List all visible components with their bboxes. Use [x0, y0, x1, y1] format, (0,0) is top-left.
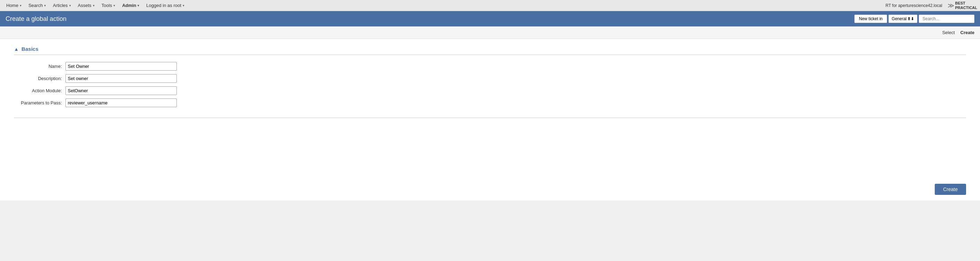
nav-assets[interactable]: Assets ▾	[75, 0, 98, 11]
footer-area: Create	[0, 178, 980, 201]
action-module-input-cell	[65, 86, 177, 99]
action-module-label: Action Module:	[21, 86, 65, 99]
parameters-input-cell	[65, 99, 177, 111]
nav-home[interactable]: Home ▾	[3, 0, 25, 11]
nav-search[interactable]: Search ▾	[25, 0, 49, 11]
form-table: Name: Description: Action Module: Parame…	[21, 62, 177, 111]
nav-articles-arrow: ▾	[69, 4, 71, 7]
nav-home-label: Home	[6, 3, 18, 8]
basics-section-title: Basics	[22, 46, 38, 52]
description-input-cell	[65, 74, 177, 86]
select-link[interactable]: Select	[942, 30, 955, 35]
parameters-label: Parameters to Pass:	[21, 99, 65, 111]
sub-header: Select Create	[0, 27, 980, 39]
name-input[interactable]	[65, 62, 177, 71]
description-input[interactable]	[65, 74, 177, 83]
nav-logged-in-label: Logged in as root	[146, 3, 181, 8]
nav-assets-label: Assets	[78, 3, 92, 8]
name-label: Name:	[21, 62, 65, 74]
nav-right: RT for aperturescience42.local ≫ BESTPRA…	[885, 1, 977, 10]
nav-home-arrow: ▾	[20, 4, 22, 7]
action-module-row: Action Module:	[21, 86, 177, 99]
description-label: Description:	[21, 74, 65, 86]
nav-admin-label: Admin	[122, 3, 136, 8]
collapse-icon[interactable]: ▲	[14, 46, 19, 52]
nav-assets-arrow: ▾	[93, 4, 95, 7]
new-ticket-button[interactable]: New ticket in	[854, 14, 887, 23]
main-content: ▲ Basics Name: Description: Action Modul…	[0, 39, 980, 178]
basics-section-header: ▲ Basics	[14, 46, 966, 52]
logo-icon: ≫	[948, 2, 954, 10]
best-practical-logo: ≫ BESTPRACTICAL	[948, 1, 977, 10]
page-header: Create a global action New ticket in Gen…	[0, 11, 980, 27]
nav-search-arrow: ▾	[44, 4, 46, 7]
action-module-input[interactable]	[65, 86, 177, 95]
parameters-row: Parameters to Pass:	[21, 99, 177, 111]
general-label: General	[892, 16, 907, 21]
top-nav: Home ▾ Search ▾ Articles ▾ Assets ▾ Tool…	[0, 0, 980, 11]
rt-label: RT for aperturescience42.local	[885, 3, 942, 8]
header-controls: New ticket in General ⬆⬇	[854, 14, 974, 23]
nav-admin[interactable]: Admin ▾	[119, 0, 143, 11]
logo-text: BESTPRACTICAL	[955, 1, 977, 10]
nav-tools[interactable]: Tools ▾	[98, 0, 119, 11]
nav-admin-arrow: ▾	[137, 4, 139, 7]
nav-logged-in-arrow: ▾	[183, 4, 185, 7]
search-input[interactable]	[919, 14, 974, 23]
parameters-input[interactable]	[65, 99, 177, 107]
nav-logged-in[interactable]: Logged in as root ▾	[143, 0, 188, 11]
bottom-divider	[14, 118, 966, 118]
nav-search-label: Search	[29, 3, 43, 8]
create-button[interactable]: Create	[935, 184, 966, 195]
nav-articles-label: Articles	[53, 3, 68, 8]
nav-tools-arrow: ▾	[113, 4, 115, 7]
name-input-cell	[65, 62, 177, 74]
nav-tools-label: Tools	[102, 3, 112, 8]
page-title: Create a global action	[6, 15, 67, 22]
section-divider	[14, 55, 966, 55]
description-row: Description:	[21, 74, 177, 86]
nav-articles[interactable]: Articles ▾	[49, 0, 75, 11]
general-dropdown-button[interactable]: General ⬆⬇	[888, 14, 917, 23]
create-link[interactable]: Create	[961, 30, 974, 35]
general-arrow-icon: ⬆⬇	[907, 16, 914, 21]
name-row: Name:	[21, 62, 177, 74]
